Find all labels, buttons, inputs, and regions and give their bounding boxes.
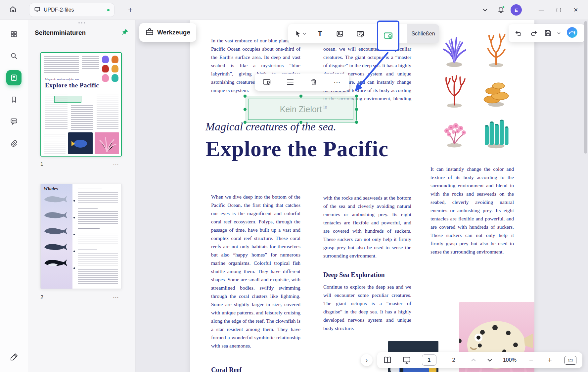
page-thumbnail-2[interactable]: Whales	[40, 184, 122, 289]
reading-mode-button[interactable]	[383, 356, 392, 364]
select-tool[interactable]	[293, 27, 307, 40]
thumb-text-lines	[44, 56, 79, 73]
scrollbar[interactable]	[584, 21, 587, 370]
body-column-1: When we dive deep into the bottom of the…	[211, 193, 300, 350]
annotation-mini-toolbar: ⋯	[255, 73, 349, 91]
comments-button[interactable]	[6, 114, 22, 129]
link-annotation[interactable]: Kein Zielort	[245, 96, 357, 122]
coral-illustrations	[436, 32, 515, 149]
thumb-text-lines	[78, 232, 118, 246]
page-menu-button[interactable]: ⋯	[110, 294, 122, 301]
thumbnails-panel: Seitenminiaturen Magical creatures of th…	[28, 20, 136, 372]
bookmarks-button[interactable]	[6, 92, 22, 107]
thumb-title: Explore the Pacific	[45, 82, 99, 89]
thumb-subtitle: Magical creatures of the sea.	[45, 77, 80, 81]
page-navigation-bar: 1 2 100% − + 1:1	[377, 352, 582, 368]
body-column-2a: with the rocks and seaweeds at the botto…	[323, 194, 411, 260]
zoom-in-button[interactable]: +	[546, 356, 554, 364]
notifications-button[interactable]	[495, 4, 507, 16]
set-destination-button[interactable]	[260, 75, 273, 89]
thumb-text-lines	[78, 250, 97, 251]
save-button[interactable]	[542, 26, 554, 40]
selection-handle[interactable]	[243, 94, 247, 98]
titlebar: UPDF-2-files + E — ✕	[0, 0, 588, 20]
apps-grid-icon	[10, 30, 18, 38]
attachments-button[interactable]	[6, 136, 22, 151]
bookmark-icon	[10, 96, 18, 104]
link-destination-label: Kein Zielort	[280, 105, 322, 114]
list-icon	[287, 79, 294, 85]
tab-unsaved-dot	[107, 9, 110, 11]
thumb-text-lines	[78, 192, 118, 204]
selection-handle[interactable]	[355, 120, 358, 124]
coral-tubes-teal	[477, 113, 515, 149]
user-avatar[interactable]: E	[511, 4, 522, 16]
thumb-text-lines	[78, 189, 102, 190]
page-number-label: 2	[40, 295, 43, 301]
apps-grid-button[interactable]	[6, 26, 22, 42]
panel-drag-handle[interactable]	[78, 22, 85, 23]
undo-button[interactable]	[512, 26, 525, 40]
whale-icon	[43, 242, 70, 252]
search-button[interactable]	[6, 48, 22, 64]
page-thumbnail-1[interactable]: Magical creatures of the sea. Explore th…	[40, 52, 122, 157]
thumb-image-anemone	[95, 132, 119, 154]
tutorial-arrow	[344, 50, 394, 96]
page-thumbnails-icon	[10, 74, 18, 82]
thumb-text-lines	[82, 56, 99, 69]
scrollbar-thumb[interactable]	[584, 21, 587, 154]
delete-annotation-button[interactable]	[307, 75, 320, 89]
thumb-text-lines	[78, 208, 98, 209]
page-number-label: 1	[40, 161, 43, 167]
ai-assistant-button[interactable]	[566, 26, 578, 40]
thumbnails-button[interactable]	[6, 70, 22, 85]
tools-button-label: Werkzeuge	[157, 29, 190, 36]
pin-icon[interactable]	[121, 28, 129, 37]
sign-tool[interactable]	[354, 27, 367, 40]
thumb-coral-swatches	[102, 56, 119, 82]
actual-size-button[interactable]: 1:1	[565, 356, 576, 365]
close-tools-button[interactable]: Schließen	[407, 24, 439, 43]
zoom-level[interactable]: 100%	[503, 357, 517, 363]
pen-icon	[10, 353, 18, 361]
document-tab[interactable]: UPDF-2-files	[29, 3, 114, 17]
current-page-input[interactable]: 1	[422, 354, 436, 366]
selection-handle[interactable]	[243, 108, 247, 111]
whale-icon	[43, 226, 70, 236]
page-down-button[interactable]	[487, 358, 492, 362]
properties-button[interactable]	[284, 75, 297, 89]
whale-icon	[43, 210, 70, 220]
tab-title: UPDF-2-files	[44, 7, 74, 13]
page-title: Explore the Pacific	[205, 136, 388, 162]
panel-header: Seitenminiaturen	[35, 28, 129, 37]
link-tool-highlight[interactable]	[377, 21, 399, 51]
selection-handle[interactable]	[355, 108, 358, 111]
redo-button[interactable]	[527, 26, 540, 40]
page-menu-button[interactable]: ⋯	[110, 161, 122, 168]
minimize-button[interactable]: —	[534, 4, 548, 16]
close-button[interactable]: ✕	[569, 4, 583, 16]
save-options-button[interactable]	[556, 26, 562, 40]
more-options-button[interactable]: ⋯	[331, 75, 344, 89]
selection-handle[interactable]	[299, 120, 303, 124]
selection-handle[interactable]	[243, 120, 247, 124]
home-button[interactable]	[6, 3, 20, 17]
page-nav-expand-button[interactable]: ›	[361, 354, 373, 366]
tools-button[interactable]: Werkzeuge	[139, 23, 196, 42]
link-destination-icon	[383, 31, 393, 41]
toolbox-icon	[145, 27, 154, 37]
main-toolbar: T Schließen	[288, 24, 439, 43]
image-tool[interactable]	[333, 27, 346, 40]
maximize-button[interactable]	[552, 4, 565, 16]
collapse-toolbar-button[interactable]	[479, 4, 491, 16]
selection-handle[interactable]	[299, 94, 303, 98]
zoom-out-button[interactable]: −	[527, 356, 535, 364]
signature-button[interactable]	[6, 349, 22, 365]
new-tab-button[interactable]: +	[124, 4, 136, 16]
page-up-button[interactable]	[471, 358, 476, 362]
text-tool[interactable]: T	[313, 27, 327, 40]
presentation-button[interactable]	[402, 356, 411, 364]
deep-sea-heading: Deep Sea Exploration	[323, 271, 411, 279]
coral-branch-red	[436, 72, 473, 109]
next-page-button[interactable]: 2	[447, 354, 460, 366]
